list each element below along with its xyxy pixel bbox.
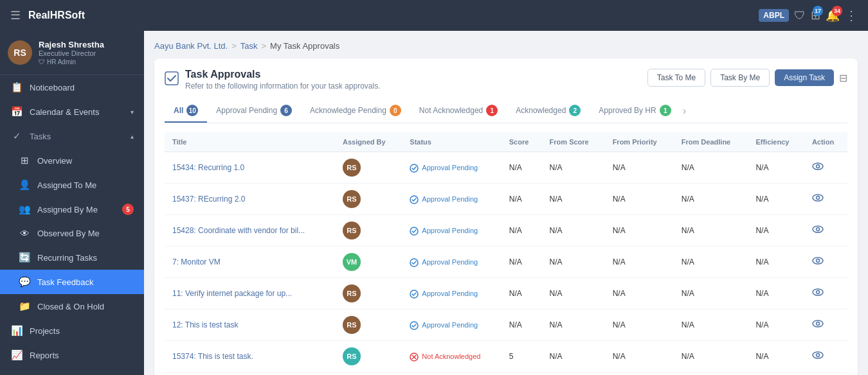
- shield-button[interactable]: 🛡: [794, 9, 806, 22]
- cell-efficiency: 61%: [748, 372, 804, 376]
- task-title-link[interactable]: 11: Verify internet package for up...: [172, 289, 292, 298]
- cell-from-score: N/A: [542, 310, 605, 341]
- tab-all-count: 10: [186, 105, 198, 116]
- sidebar-item-calendar[interactable]: 📅 Calendar & Events ▾: [0, 100, 144, 124]
- tab-approval-pending[interactable]: Approval Pending 6: [207, 100, 301, 123]
- view-action-icon[interactable]: [812, 163, 824, 174]
- sidebar-item-observed-by-me[interactable]: 👁 Observed By Me: [0, 222, 144, 245]
- cell-title: 15434: Recurring 1.0: [165, 152, 335, 184]
- filter-icon[interactable]: ⊟: [839, 72, 847, 84]
- status-icon: [410, 320, 419, 330]
- hamburger-menu-icon[interactable]: ☰: [10, 8, 21, 22]
- cell-from-deadline: N/A: [674, 278, 748, 310]
- task-by-me-button[interactable]: Task By Me: [710, 69, 770, 87]
- task-title-link[interactable]: 15434: Recurring 1.0: [172, 163, 244, 172]
- task-title-link[interactable]: 15428: Coordinate with vendor for bil...: [172, 226, 305, 235]
- bell-button[interactable]: 🔔 34: [826, 8, 840, 22]
- svg-point-22: [813, 352, 823, 358]
- view-action-icon[interactable]: [812, 289, 824, 300]
- overview-icon: ⊞: [18, 155, 31, 166]
- cell-efficiency: N/A: [748, 247, 804, 278]
- svg-point-23: [816, 354, 819, 357]
- tab-approved-by-hr-count: 1: [660, 105, 671, 116]
- tab-approved-by-hr[interactable]: Approved By HR 1: [590, 100, 680, 123]
- sidebar-item-label: Overview: [37, 156, 134, 166]
- cell-action: [804, 184, 847, 215]
- tab-approved-by-hr-label: Approved By HR: [599, 106, 656, 115]
- company-badge[interactable]: ABPL: [759, 9, 789, 22]
- cell-score: 10: [502, 372, 542, 376]
- cell-score: N/A: [502, 152, 542, 184]
- view-action-icon[interactable]: [812, 195, 824, 205]
- sidebar-item-tasks[interactable]: ✓ Tasks ▴: [0, 124, 144, 148]
- tab-not-acknowledged[interactable]: Not Acknowledged 1: [410, 100, 507, 123]
- tab-approval-pending-label: Approval Pending: [216, 106, 277, 115]
- col-score: Score: [502, 132, 542, 152]
- task-approvals-table: Title Assigned By Status Score From Scor…: [165, 132, 847, 375]
- cell-from-priority: N/A: [605, 152, 674, 184]
- status-label: Approval Pending: [422, 321, 478, 329]
- task-title-link[interactable]: 15437: REcurring 2.0: [172, 195, 245, 204]
- view-action-icon[interactable]: [812, 320, 824, 331]
- assign-task-button[interactable]: Assign Task: [775, 69, 834, 86]
- more-options-icon[interactable]: ⋮: [845, 8, 858, 23]
- tab-acknowledged[interactable]: Acknowledged 2: [507, 100, 590, 123]
- table-row: 7: Monitor VM VM Approval Pending N/A N/…: [165, 247, 847, 278]
- top-bar-actions: ABPL 🛡 ⊞ 17 🔔 34 ⋮: [759, 8, 858, 23]
- main-area: RS Rajesh Shrestha Executive Director 🛡 …: [0, 31, 868, 375]
- breadcrumb-task[interactable]: Task: [240, 41, 258, 51]
- cell-assigned-by: RS: [335, 341, 402, 372]
- sidebar-item-noticeboard[interactable]: 📋 Noticeboard: [0, 75, 144, 100]
- avatar: RS: [343, 190, 361, 208]
- sidebar-item-task-feedback[interactable]: 💬 Task Feedback: [0, 270, 144, 294]
- task-to-me-button[interactable]: Task To Me: [647, 69, 705, 87]
- cell-action: [804, 372, 847, 376]
- sidebar-item-label: Calendar & Events: [30, 107, 124, 117]
- sidebar-item-projects[interactable]: 📊 Projects: [0, 318, 144, 343]
- sidebar-item-closed-on-hold[interactable]: 📁 Closed & On Hold: [0, 294, 144, 318]
- tabs-bar: All 10 Approval Pending 6 Acknowledge Pe…: [165, 100, 847, 123]
- view-action-icon[interactable]: [812, 352, 824, 363]
- cell-title: 15428: Coordinate with vendor for bil...: [165, 215, 335, 247]
- tab-acknowledge-pending-label: Acknowledge Pending: [310, 106, 386, 115]
- cell-assigned-by: RS: [335, 310, 402, 341]
- avatar: RS: [343, 159, 361, 177]
- cell-score: N/A: [502, 310, 542, 341]
- status-icon: [410, 288, 419, 299]
- tabs-next-icon[interactable]: ›: [683, 105, 686, 117]
- col-title: Title: [165, 132, 335, 152]
- cell-from-score: N/A: [542, 215, 605, 247]
- recurring-tasks-icon: 🔄: [18, 252, 31, 263]
- user-info: Rajesh Shrestha Executive Director 🛡 HR …: [39, 40, 136, 65]
- svg-point-5: [813, 195, 823, 201]
- user-tag: 🛡 HR Admin: [39, 58, 136, 65]
- cell-assigned-by: RS: [335, 152, 402, 184]
- cell-action: [804, 152, 847, 184]
- breadcrumb-company[interactable]: Aayu Bank Pvt. Ltd.: [154, 41, 228, 51]
- col-from-score: From Score: [542, 132, 605, 152]
- cell-from-score: N/A: [542, 278, 605, 310]
- cell-assigned-by: RS: [335, 215, 402, 247]
- cell-efficiency: N/A: [748, 341, 804, 372]
- sidebar-item-overview[interactable]: ⊞ Overview: [0, 148, 144, 173]
- cell-status: Approval Pending: [402, 152, 501, 184]
- tab-all[interactable]: All 10: [165, 100, 207, 123]
- view-action-icon[interactable]: [812, 257, 824, 268]
- sidebar-item-assigned-to-me[interactable]: 👤 Assigned To Me: [0, 173, 144, 197]
- task-title-link[interactable]: 12: This is test task: [172, 320, 239, 329]
- task-title-link[interactable]: 7: Monitor VM: [172, 257, 221, 266]
- sidebar-item-assigned-by-me[interactable]: 👥 Assigned By Me 5: [0, 197, 144, 222]
- sidebar-item-recurring-tasks[interactable]: 🔄 Recurring Tasks: [0, 245, 144, 270]
- sidebar-item-label: Closed & On Hold: [37, 302, 134, 311]
- sidebar-item-label: Tasks: [30, 132, 124, 141]
- view-action-icon[interactable]: [812, 226, 824, 237]
- sidebar-item-reports[interactable]: 📈 Reports: [0, 343, 144, 367]
- avatar: RS: [343, 347, 361, 365]
- grid-button[interactable]: ⊞ 17: [811, 8, 820, 22]
- svg-point-8: [813, 226, 823, 232]
- task-title-link[interactable]: 15374: This is test task.: [172, 352, 253, 361]
- tab-acknowledge-pending[interactable]: Acknowledge Pending 0: [301, 100, 410, 123]
- assigned-to-me-icon: 👤: [18, 179, 31, 191]
- projects-icon: 📊: [10, 325, 23, 336]
- cell-action: [804, 310, 847, 341]
